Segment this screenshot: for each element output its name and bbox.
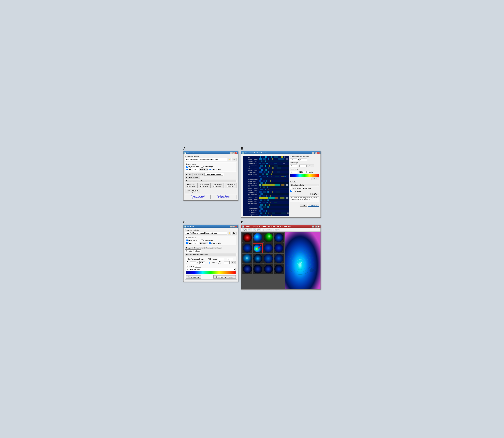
minimize-btn-d[interactable]: _ — [312, 226, 314, 228]
filter-input[interactable] — [224, 261, 230, 264]
travel-dist-btn-a[interactable]: Travel distance(Every data) — [198, 183, 211, 188]
central-angle-checkbox-a[interactable] — [201, 166, 203, 168]
val-to-input[interactable] — [299, 171, 307, 173]
copy-btn-b[interactable]: Copy — [300, 204, 307, 207]
tab-image-c[interactable]: Image — [185, 247, 192, 249]
track-checkbox-a[interactable] — [186, 169, 188, 170]
dist-tab-a[interactable]: Distance from center heatmap — [185, 180, 236, 182]
contour-checkbox[interactable] — [209, 262, 210, 263]
tab-reprocessing-c[interactable]: Reprocessing — [192, 247, 205, 249]
tab-timeseries-a[interactable]: Time series heatmap — [205, 173, 224, 176]
fill-white-checkbox[interactable] — [290, 187, 292, 189]
hour-select[interactable]: Hour — [307, 164, 314, 167]
track-input-c[interactable] — [193, 242, 198, 244]
svg-rect-50 — [275, 176, 279, 177]
draw-heatmap-btn[interactable]: Draw heatmap on image — [213, 275, 236, 279]
copy-colorbar-btn[interactable]: Copy — [312, 177, 319, 180]
show-location-checkbox-c[interactable] — [209, 242, 211, 244]
zoom-tool-btn[interactable]: 🔍. — [257, 229, 261, 231]
total-travel-dist-btn-a[interactable]: Total travel distance(Each time block) — [211, 195, 237, 199]
val-from-input-c[interactable] — [218, 258, 224, 260]
auto-checkbox[interactable] — [307, 171, 309, 173]
svg-rect-98 — [263, 202, 265, 203]
img-height-input[interactable] — [299, 158, 307, 161]
images-select-c[interactable]: Images — [199, 242, 208, 244]
well-heatmap-2-4 — [274, 244, 283, 253]
svg-point-131 — [297, 259, 303, 265]
show-labels-check[interactable]: Show labels — [290, 190, 319, 192]
well-1-1 — [242, 233, 252, 242]
close-btn-b[interactable]: ✕ — [317, 152, 320, 154]
central-angle-check-c[interactable]: Central angle — [201, 240, 213, 241]
maximize-btn-c[interactable]: □ — [232, 226, 235, 228]
tab-image-a[interactable]: Image — [185, 173, 192, 176]
confine-check[interactable]: Confine source images — [186, 258, 205, 260]
folder-btn-a[interactable]: 📁 — [228, 158, 231, 161]
images-select-a[interactable]: Images — [199, 168, 208, 171]
fill-white-check[interactable]: Fill white when blank data — [290, 187, 319, 189]
colorbar-select-c[interactable]: 6 (MatLab default) — [186, 268, 236, 271]
time-from-input[interactable] — [290, 164, 297, 167]
track-input-a[interactable] — [193, 168, 198, 171]
auto-check[interactable]: Auto — [307, 171, 313, 173]
file-num-from[interactable] — [190, 261, 196, 264]
val-from-input[interactable] — [290, 171, 297, 173]
tab-timeseries-c[interactable]: Time series heatmap — [205, 247, 222, 249]
maximize-btn-d[interactable]: □ — [315, 226, 317, 228]
folder-btn-c[interactable]: 📁 — [228, 231, 231, 234]
obj-location-check-a[interactable]: Object location — [186, 166, 199, 168]
minimize-btn-c[interactable]: _ — [230, 226, 232, 228]
travel-speed-btn-a[interactable]: Travel speed(Every data) — [185, 183, 197, 188]
val-to-input-c[interactable] — [227, 258, 233, 260]
original-btn[interactable]: Original — [273, 229, 280, 231]
obj-location-checkbox-a[interactable] — [186, 166, 188, 168]
zoom-in-btn[interactable]: 🔍+ — [242, 229, 247, 231]
central-angle-check-a[interactable]: Central angle — [201, 166, 213, 168]
reprocess-btn[interactable]: Re-processing — [186, 275, 201, 279]
contour-check[interactable]: Contour — [209, 262, 217, 263]
show-location-check-a[interactable]: Show location — [209, 169, 221, 170]
confine-checkbox[interactable] — [186, 258, 188, 260]
show-location-check-c[interactable]: Show location — [209, 242, 221, 244]
delta-rotation-btn-a[interactable]: Delta rotation(Every data) — [224, 183, 237, 188]
tab-reprocessing-a[interactable]: Reprocessing — [192, 173, 205, 176]
path-input-c[interactable] — [185, 231, 227, 234]
obj-location-checkbox-c[interactable] — [186, 240, 188, 241]
path-input-a[interactable] — [185, 158, 227, 161]
show-labels-checkbox[interactable] — [290, 190, 292, 192]
img-width-input[interactable] — [290, 158, 297, 161]
animate-btn[interactable]: Animate — [265, 229, 272, 231]
close-btn-c[interactable]: ✕ — [235, 226, 237, 228]
grid-size-input[interactable] — [195, 265, 201, 268]
minimize-btn-b[interactable]: _ — [312, 152, 314, 154]
central-angle-btn-a[interactable]: Central angle(Every data) — [211, 183, 224, 188]
set-btn-c[interactable]: Set — [232, 231, 237, 234]
tab-location-a[interactable]: Location heatmap — [185, 176, 200, 179]
colorbar-select[interactable]: 6 (MatLab default) — [290, 184, 319, 186]
track-checkbox-c[interactable] — [186, 242, 188, 244]
minimize-btn-a[interactable]: _ — [230, 152, 232, 154]
set-file-btn[interactable]: Set file — [310, 193, 319, 195]
zoom-fit-btn[interactable]: 🔍 — [253, 229, 256, 231]
heatmap-chart-b: [E] Test P1 W1 2021... [F] Test P1 W2 20… — [243, 156, 289, 216]
maximize-btn-b[interactable]: □ — [315, 152, 317, 154]
tab-location-c[interactable]: Location heatmap — [185, 250, 201, 252]
obj-location-check-c[interactable]: Object location — [186, 240, 199, 241]
zoom-out-btn[interactable]: 🔍- — [248, 229, 252, 231]
avg-travel-speed-btn-a[interactable]: Average travel speed(Each time block) — [185, 195, 210, 199]
filter-select[interactable]: ∨ — [231, 261, 236, 264]
set-btn-a[interactable]: Set — [232, 158, 237, 161]
track-check-a[interactable]: Track — [186, 169, 192, 170]
maximize-btn-a[interactable]: □ — [232, 152, 235, 154]
show-location-checkbox-a[interactable] — [209, 169, 211, 170]
time-to-input[interactable] — [299, 164, 307, 167]
dist-center-btn-a[interactable]: Distance from center(Every data) — [185, 189, 200, 193]
central-angle-checkbox-c[interactable] — [201, 240, 203, 241]
close-btn-a[interactable]: ✕ — [235, 152, 237, 154]
draw-now-btn[interactable]: Draw now — [308, 204, 319, 207]
track-check-c[interactable]: Track — [186, 242, 192, 244]
svg-rect-117 — [268, 212, 269, 214]
close-btn-d[interactable]: ✕ — [317, 226, 320, 228]
dist-tab-c[interactable]: Distance from center heatmap — [185, 253, 236, 256]
file-num-to[interactable] — [199, 261, 205, 264]
